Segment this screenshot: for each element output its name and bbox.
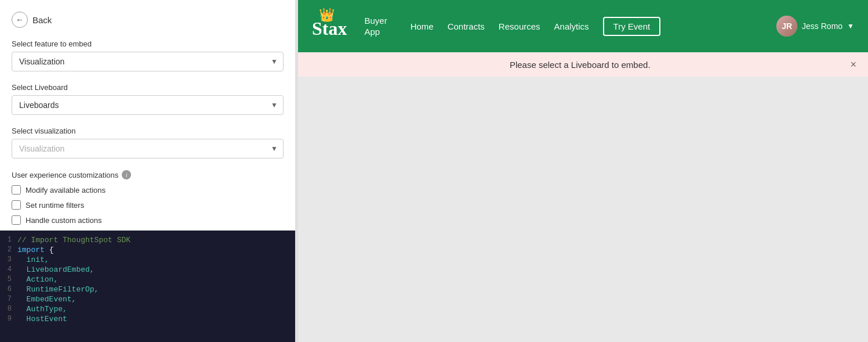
line-num-2: 2 (0, 246, 17, 254)
line-num-5: 5 (0, 275, 17, 283)
buyer-app-block: Buyer App (364, 15, 387, 38)
feature-select[interactable]: Visualization (12, 52, 284, 71)
nav-home[interactable]: Home (411, 21, 434, 31)
runtime-filters-label: Set runtime filters (26, 201, 84, 210)
code-editor: 1 // Import ThoughtSpot SDK 2 import { 3… (0, 231, 295, 342)
nav-links: Home Contracts Resources Analytics Try E… (411, 17, 765, 36)
avatar-image: JR (776, 16, 797, 37)
alert-banner: Please select a Liveboard to embed. × (298, 52, 868, 77)
code-line-9: 9 HostEvent (0, 314, 295, 324)
alert-message: Please select a Liveboard to embed. (310, 60, 850, 70)
code-content-8: AuthType, (17, 305, 295, 314)
custom-actions-checkbox[interactable] (12, 215, 21, 225)
modify-actions-checkbox[interactable] (12, 185, 21, 195)
liveboard-label: Select Liveboard (12, 83, 284, 92)
main-content (298, 77, 868, 342)
code-line-8: 8 AuthType, (0, 304, 295, 314)
line-num-7: 7 (0, 295, 17, 303)
line-num-3: 3 (0, 255, 17, 264)
code-line-2: 2 import { (0, 245, 295, 255)
back-label: Back (32, 15, 52, 25)
user-menu[interactable]: JR Jess Romo ▼ (776, 16, 854, 37)
ux-label-row: User experience customizations i (12, 170, 284, 179)
stax-logo-text: 👑 Stax (312, 15, 347, 38)
modify-actions-label: Modify available actions (26, 186, 106, 195)
code-content-1: // Import ThoughtSpot SDK (17, 236, 295, 244)
info-icon[interactable]: i (122, 170, 131, 179)
code-line-6: 6 RuntimeFilterOp, (0, 285, 295, 294)
code-content-7: EmbedEvent, (17, 295, 295, 304)
code-line-7: 7 EmbedEvent, (0, 294, 295, 304)
code-content-6: RuntimeFilterOp, (17, 285, 295, 294)
back-button[interactable]: ← Back (12, 12, 52, 28)
liveboard-select[interactable]: Liveboards (12, 95, 284, 115)
nav-resources[interactable]: Resources (499, 21, 540, 31)
liveboard-select-wrapper: Liveboards ▼ (12, 95, 284, 115)
back-arrow-icon: ← (12, 12, 28, 28)
line-num-9: 9 (0, 315, 17, 323)
nav-analytics[interactable]: Analytics (554, 21, 589, 31)
checkbox-runtime-filters: Set runtime filters (12, 200, 284, 210)
code-content-9: HostEvent (17, 315, 295, 323)
user-menu-chevron-icon: ▼ (847, 22, 854, 30)
left-panel-top: ← Back (0, 0, 295, 39)
user-name: Jess Romo (802, 21, 842, 31)
alert-close-button[interactable]: × (850, 59, 856, 70)
ux-label: User experience customizations (12, 171, 118, 179)
visualization-label: Select visualization (12, 127, 284, 135)
custom-actions-label: Handle custom actions (26, 216, 102, 225)
visualization-select-wrapper: Visualization ▼ (12, 139, 284, 159)
checkbox-custom-actions: Handle custom actions (12, 215, 284, 225)
line-num-8: 8 (0, 305, 17, 313)
nav-contracts[interactable]: Contracts (448, 21, 485, 31)
line-num-4: 4 (0, 265, 17, 273)
app-header: 👑 Stax Buyer App Home Contracts Resource… (298, 0, 868, 52)
checkbox-section: User experience customizations i Modify … (0, 170, 295, 231)
code-line-1: 1 // Import ThoughtSpot SDK (0, 235, 295, 245)
line-num-6: 6 (0, 285, 17, 293)
code-content-4: LiveboardEmbed, (17, 265, 295, 274)
visualization-select[interactable]: Visualization (12, 139, 284, 159)
right-panel: 👑 Stax Buyer App Home Contracts Resource… (298, 0, 868, 342)
try-event-button[interactable]: Try Event (603, 17, 661, 36)
crown-icon: 👑 (319, 9, 335, 21)
buyer-app-line2: App (364, 26, 387, 38)
code-line-3: 3 init, (0, 255, 295, 265)
code-content-3: init, (17, 255, 295, 264)
form-section: Select feature to embed Visualization ▼ … (0, 39, 295, 170)
feature-label: Select feature to embed (12, 39, 284, 48)
feature-select-wrapper: Visualization ▼ (12, 52, 284, 71)
runtime-filters-checkbox[interactable] (12, 200, 21, 210)
code-content-2: import { (17, 246, 295, 254)
code-line-4: 4 LiveboardEmbed, (0, 265, 295, 275)
stax-logo: 👑 Stax (312, 15, 347, 38)
code-content-5: Action, (17, 275, 295, 284)
line-num-1: 1 (0, 236, 17, 244)
avatar: JR (776, 16, 797, 37)
checkbox-modify-actions: Modify available actions (12, 185, 284, 195)
code-line-5: 5 Action, (0, 275, 295, 285)
left-panel: ← Back Select feature to embed Visualiza… (0, 0, 296, 342)
buyer-app-line1: Buyer (364, 15, 387, 27)
